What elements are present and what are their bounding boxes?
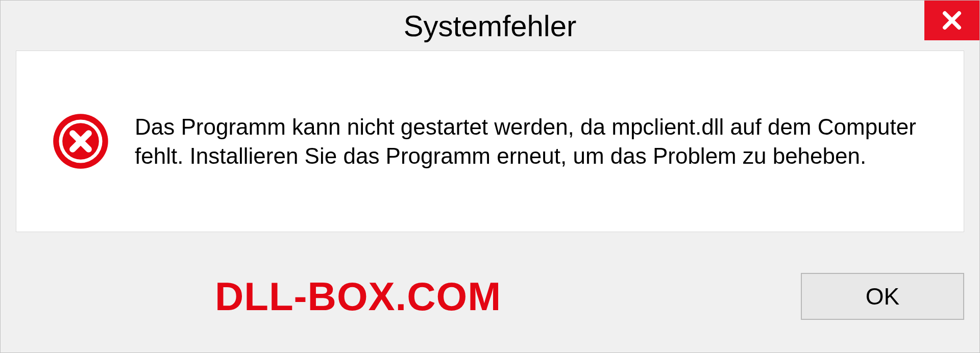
error-dialog: Systemfehler Das Programm kann nicht ges… <box>0 0 980 353</box>
dialog-footer: DLL-BOX.COM OK <box>1 250 979 352</box>
content-panel: Das Programm kann nicht gestartet werden… <box>16 51 964 232</box>
error-icon <box>52 113 109 170</box>
close-button[interactable] <box>924 1 979 40</box>
close-icon <box>941 10 963 31</box>
error-message: Das Programm kann nicht gestartet werden… <box>135 112 928 170</box>
dialog-title: Systemfehler <box>404 9 576 43</box>
watermark-text: DLL-BOX.COM <box>215 273 501 320</box>
title-bar: Systemfehler <box>1 1 979 51</box>
ok-button[interactable]: OK <box>801 273 964 320</box>
